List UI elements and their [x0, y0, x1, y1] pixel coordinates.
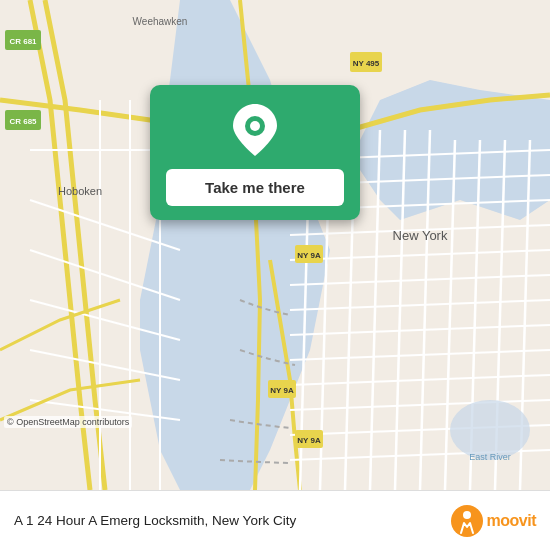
svg-text:NY 495: NY 495 — [353, 59, 380, 68]
svg-text:CR 685: CR 685 — [9, 117, 37, 126]
bottom-bar: A 1 24 Hour A Emerg Locksmith, New York … — [0, 490, 550, 550]
svg-text:East River: East River — [469, 452, 511, 462]
svg-text:New York: New York — [393, 228, 448, 243]
svg-text:Weehawken: Weehawken — [133, 16, 188, 27]
map-attribution: © OpenStreetMap contributors — [4, 416, 132, 428]
svg-text:CR 681: CR 681 — [9, 37, 37, 46]
moovit-label: moovit — [487, 512, 536, 530]
map-container: NY 9A NY 9A NY 9A NY 495 CR 681 CR 685 H… — [0, 0, 550, 490]
svg-point-55 — [463, 511, 471, 519]
moovit-icon — [451, 505, 483, 537]
take-me-there-button[interactable]: Take me there — [166, 169, 344, 206]
svg-point-53 — [250, 121, 260, 131]
location-name: A 1 24 Hour A Emerg Locksmith, New York … — [14, 513, 451, 528]
location-card: Take me there — [150, 85, 360, 220]
moovit-logo: moovit — [451, 505, 536, 537]
map-pin-icon — [233, 104, 277, 156]
svg-text:Hoboken: Hoboken — [58, 185, 102, 197]
svg-point-50 — [450, 400, 530, 460]
svg-text:NY 9A: NY 9A — [297, 251, 321, 260]
pin-icon-wrapper — [228, 103, 282, 157]
svg-rect-54 — [451, 505, 483, 537]
svg-text:NY 9A: NY 9A — [297, 436, 321, 445]
svg-text:NY 9A: NY 9A — [270, 386, 294, 395]
